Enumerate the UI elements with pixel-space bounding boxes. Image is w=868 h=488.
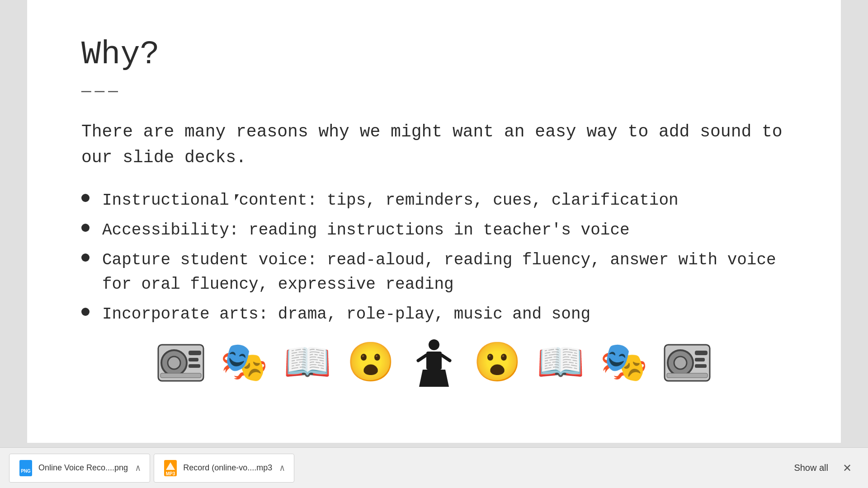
svg-rect-16 xyxy=(695,358,705,361)
bullet-item-3: Capture student voice: read-aloud, readi… xyxy=(81,248,787,297)
download-png-chevron[interactable]: ∧ xyxy=(128,462,141,474)
svg-rect-4 xyxy=(189,358,198,361)
svg-rect-18 xyxy=(667,373,708,378)
icon-wow-1: 😮 xyxy=(346,340,396,385)
icon-speaker-1 xyxy=(409,340,459,385)
svg-rect-19 xyxy=(19,460,32,476)
png-file-icon: PNG xyxy=(19,461,33,475)
bullet-list: Instructional content: tips, reminders, … xyxy=(81,188,787,327)
svg-line-10 xyxy=(442,355,450,361)
download-bar: PNG Online Voice Reco....png ∧ MP3 Recor… xyxy=(0,447,868,488)
svg-text:PNG: PNG xyxy=(21,469,31,474)
icon-radio-2 xyxy=(662,340,712,385)
bullet-text-1: Instructional content: tips, reminders, … xyxy=(102,188,787,213)
icon-book-1: 📖 xyxy=(283,340,332,385)
svg-point-2 xyxy=(168,357,180,369)
bullet-text-2: Accessibility: reading instructions in t… xyxy=(102,218,787,243)
svg-marker-11 xyxy=(419,370,449,387)
svg-rect-8 xyxy=(426,352,442,370)
bullet-dot-1 xyxy=(81,194,90,202)
slide-title: Why? xyxy=(81,36,787,73)
icon-radio-1 xyxy=(156,340,206,385)
svg-rect-3 xyxy=(189,351,201,355)
svg-line-9 xyxy=(418,355,426,361)
bullet-dot-2 xyxy=(81,224,90,232)
bullet-dot-4 xyxy=(81,308,90,316)
download-mp3-chevron[interactable]: ∧ xyxy=(272,462,285,474)
svg-rect-17 xyxy=(695,364,707,368)
icon-wow-2: 😮 xyxy=(472,340,522,385)
svg-rect-5 xyxy=(189,364,200,368)
bullet-item-4: Incorporate arts: drama, role-play, musi… xyxy=(81,302,787,327)
title-underline: ——— xyxy=(81,82,787,101)
download-item-png[interactable]: PNG Online Voice Reco....png ∧ xyxy=(9,454,150,483)
icon-theater-1: 🎭 xyxy=(219,340,269,385)
bullet-text-3: Capture student voice: read-aloud, readi… xyxy=(102,248,787,297)
svg-point-14 xyxy=(674,357,687,369)
svg-rect-6 xyxy=(160,373,201,378)
svg-rect-15 xyxy=(695,351,708,355)
svg-text:MP3: MP3 xyxy=(166,471,175,476)
close-download-bar-button[interactable]: ✕ xyxy=(835,458,859,478)
bullet-item-1: Instructional content: tips, reminders, … xyxy=(81,188,787,213)
bullet-item-2: Accessibility: reading instructions in t… xyxy=(81,218,787,243)
show-all-button[interactable]: Show all xyxy=(787,459,835,477)
download-item-mp3[interactable]: MP3 Record (online-vo....mp3 ∧ xyxy=(154,454,294,483)
icon-theater-2: 🎭 xyxy=(599,340,649,385)
svg-point-7 xyxy=(429,339,439,350)
icons-row: 🎭 📖 😮 😮 📖 🎭 xyxy=(81,340,787,385)
slide-container: Why? ——— There are many reasons why we m… xyxy=(27,0,841,443)
bullet-dot-3 xyxy=(81,253,90,262)
download-png-label: Online Voice Reco....png xyxy=(38,463,128,473)
slide-intro: There are many reasons why we might want… xyxy=(81,119,787,170)
bullet-text-4: Incorporate arts: drama, role-play, musi… xyxy=(102,302,787,327)
download-mp3-label: Record (online-vo....mp3 xyxy=(183,463,272,473)
mp3-file-icon: MP3 xyxy=(163,461,178,475)
icon-book-2: 📖 xyxy=(536,340,585,385)
